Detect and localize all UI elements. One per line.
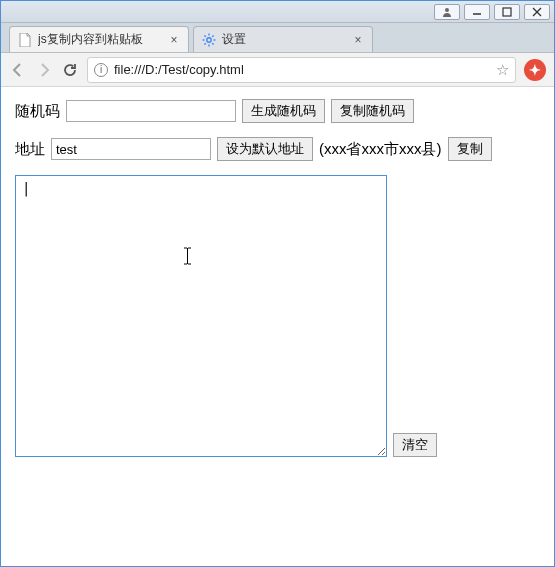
address-row: 地址 设为默认地址 (xxx省xxx市xxx县) 复制 bbox=[15, 137, 540, 161]
random-code-row: 随机码 生成随机码 复制随机码 bbox=[15, 99, 540, 123]
address-hint-text: (xxx省xxx市xxx县) bbox=[319, 140, 442, 159]
address-bar[interactable]: i file:///D:/Test/copy.html ☆ bbox=[87, 57, 516, 83]
extension-button[interactable]: ✦ bbox=[524, 59, 546, 81]
tab-close-button[interactable]: × bbox=[168, 34, 180, 46]
tab-settings[interactable]: 设置 × bbox=[193, 26, 373, 52]
set-default-address-button[interactable]: 设为默认地址 bbox=[217, 137, 313, 161]
svg-line-11 bbox=[212, 43, 213, 44]
forward-button[interactable] bbox=[35, 61, 53, 79]
svg-line-10 bbox=[204, 35, 205, 36]
file-icon bbox=[18, 33, 32, 47]
random-code-input[interactable] bbox=[66, 100, 236, 122]
copy-address-button[interactable]: 复制 bbox=[448, 137, 492, 161]
reload-button[interactable] bbox=[61, 61, 79, 79]
copy-random-button[interactable]: 复制随机码 bbox=[331, 99, 414, 123]
log-textarea[interactable] bbox=[15, 175, 387, 457]
extension-icon: ✦ bbox=[529, 62, 541, 78]
site-info-icon[interactable]: i bbox=[94, 63, 108, 77]
minimize-button[interactable] bbox=[464, 4, 490, 20]
close-icon bbox=[532, 7, 542, 17]
tab-close-button[interactable]: × bbox=[352, 34, 364, 46]
reload-icon bbox=[62, 62, 78, 78]
profile-avatar-button[interactable] bbox=[434, 4, 460, 20]
svg-point-0 bbox=[445, 8, 449, 12]
svg-rect-2 bbox=[503, 8, 511, 16]
maximize-button[interactable] bbox=[494, 4, 520, 20]
tab-strip: js复制内容到粘贴板 × 设置 × bbox=[1, 23, 554, 53]
random-code-label: 随机码 bbox=[15, 102, 60, 121]
maximize-icon bbox=[502, 7, 512, 17]
minimize-icon bbox=[472, 7, 482, 17]
svg-line-12 bbox=[212, 35, 213, 36]
tab-label: 设置 bbox=[222, 31, 346, 48]
url-text: file:///D:/Test/copy.html bbox=[114, 62, 490, 77]
clear-button[interactable]: 清空 bbox=[393, 433, 437, 457]
tab-copy-page[interactable]: js复制内容到粘贴板 × bbox=[9, 26, 189, 52]
svg-line-13 bbox=[204, 43, 205, 44]
browser-toolbar: i file:///D:/Test/copy.html ☆ ✦ bbox=[1, 53, 554, 87]
window-titlebar bbox=[1, 1, 554, 23]
gear-icon bbox=[202, 33, 216, 47]
tab-label: js复制内容到粘贴板 bbox=[38, 31, 162, 48]
bookmark-star-icon[interactable]: ☆ bbox=[496, 61, 509, 79]
textarea-row: 清空 bbox=[15, 175, 540, 457]
generate-random-button[interactable]: 生成随机码 bbox=[242, 99, 325, 123]
svg-point-5 bbox=[207, 37, 211, 41]
page-content: 随机码 生成随机码 复制随机码 地址 设为默认地址 (xxx省xxx市xxx县)… bbox=[1, 87, 554, 566]
address-input[interactable] bbox=[51, 138, 211, 160]
arrow-right-icon bbox=[36, 62, 52, 78]
arrow-left-icon bbox=[10, 62, 26, 78]
close-window-button[interactable] bbox=[524, 4, 550, 20]
person-icon bbox=[442, 7, 452, 17]
address-label: 地址 bbox=[15, 140, 45, 159]
back-button[interactable] bbox=[9, 61, 27, 79]
browser-window: js复制内容到粘贴板 × 设置 × i file:///D:/Test/copy… bbox=[0, 0, 555, 567]
